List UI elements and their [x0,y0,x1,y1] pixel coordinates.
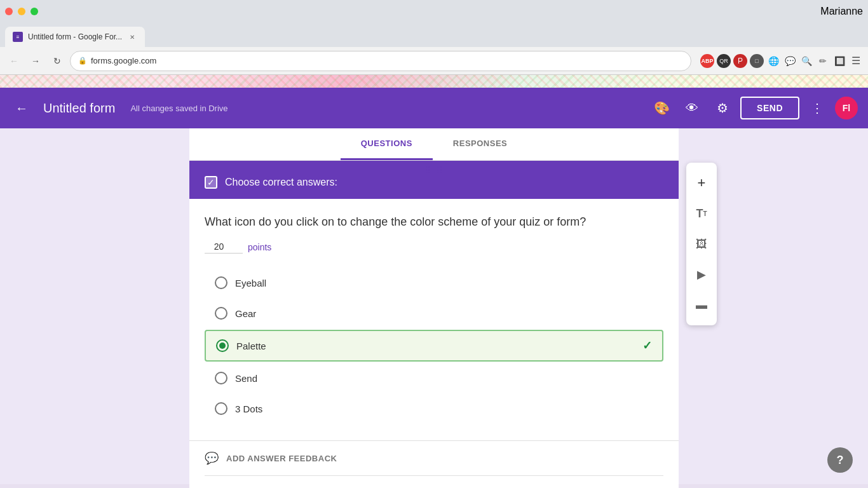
url-text: forms.google.com [91,56,156,65]
ext8[interactable]: ✏ [816,54,830,68]
ext9[interactable]: 🔲 [832,54,846,68]
active-tab[interactable]: ≡ Untitled form - Google For... ✕ [5,27,145,47]
browser-extensions: ABP QR P □ 🌐 💬 🔍 ✏ 🔲 ☰ [700,54,863,68]
points-row: points [205,240,663,254]
option-3dots[interactable]: 3 Dots [205,395,663,423]
qr-extension[interactable]: QR [717,54,731,68]
correct-check-icon: ✓ [642,339,652,353]
ext5[interactable]: 🌐 [766,54,780,68]
section-header-title: Choose correct answers: [225,177,337,188]
ext6[interactable]: 💬 [783,54,797,68]
option-3dots-text: 3 Dots [235,403,653,414]
option-eyeball-text: Eyeball [235,278,653,288]
tab-title: Untitled form - Google For... [28,32,122,41]
browser-titlebar: Marianne [0,0,868,23]
header-actions: 🎨 👁 ⚙ SEND ⋮ Fl [649,95,858,121]
feedback-icon: 💬 [205,451,219,465]
add-image-btn[interactable]: 🖼 [686,229,717,259]
points-input[interactable] [205,240,243,254]
radio-palette [216,339,229,352]
radio-send [215,372,227,384]
drag-handle: ⠿ ⠿ [424,166,444,176]
user-avatar[interactable]: Fl [835,97,858,119]
chrome-menu-btn[interactable]: ☰ [849,54,863,68]
pinterest-extension[interactable]: P [733,54,747,68]
browser-toolbar: ← → ↻ 🔒 forms.google.com ABP QR P □ 🌐 💬 … [0,47,868,75]
maximize-window-btn[interactable] [31,8,38,15]
tab-questions[interactable]: QUESTIONS [341,128,433,160]
minimize-window-btn[interactable] [18,8,25,15]
option-send-text: Send [235,373,653,384]
more-options-btn[interactable]: ⋮ [804,95,830,121]
address-bar[interactable]: 🔒 forms.google.com [70,51,691,71]
form-tabs: QUESTIONS RESPONSES [189,128,679,161]
main-content: QUESTIONS RESPONSES ⠿ ⠿ ✓ Choose correct… [0,128,868,484]
option-eyeball[interactable]: Eyeball [205,269,663,297]
option-gear[interactable]: Gear [205,299,663,327]
username: Marianne [820,6,863,17]
form-container: QUESTIONS RESPONSES ⠿ ⠿ ✓ Choose correct… [189,128,679,488]
form-title[interactable]: Untitled form [43,101,115,116]
add-question-btn[interactable]: + [686,168,717,198]
browser-tab-bar: ≡ Untitled form - Google For... ✕ [0,23,868,47]
palette-btn[interactable]: 🎨 [649,95,674,121]
help-button[interactable]: ? [827,447,853,473]
floral-decoration [0,75,868,88]
sidebar-tools: + TT 🖼 ▶ ▬ [686,163,717,325]
add-video-btn[interactable]: ▶ [686,259,717,290]
ext4[interactable]: □ [750,54,764,68]
back-to-drive-btn[interactable]: ← [10,97,33,119]
radio-gear [215,307,227,320]
add-section-btn[interactable]: ▬ [686,290,717,320]
tab-close-btn[interactable]: ✕ [127,32,137,42]
option-gear-text: Gear [235,308,653,319]
tab-responses[interactable]: RESPONSES [433,128,527,160]
adblock-extension[interactable]: ABP [700,54,714,68]
reload-nav-btn[interactable]: ↻ [48,52,66,70]
add-feedback-row[interactable]: 💬 ADD ANSWER FEEDBACK [189,440,679,475]
option-send[interactable]: Send [205,364,663,392]
points-label: points [248,242,271,252]
edit-question-row[interactable]: ✏ EDIT QUESTION [189,476,679,488]
browser-chrome: Marianne ≡ Untitled form - Google For...… [0,0,868,75]
close-window-btn[interactable] [5,8,13,15]
settings-btn[interactable]: ⚙ [710,95,735,121]
add-title-btn[interactable]: TT [686,198,717,229]
correct-answer-checkbox: ✓ [205,176,217,189]
radio-eyeball [215,276,227,289]
question-text: What icon do you click on to change the … [205,214,663,230]
save-status: All changes saved in Drive [130,104,227,113]
feedback-label: ADD ANSWER FEEDBACK [226,454,337,463]
tab-favicon: ≡ [13,32,23,42]
forward-nav-btn[interactable]: → [27,52,44,70]
option-palette-text: Palette [236,341,635,351]
lock-icon: 🔒 [78,57,87,65]
question-body: What icon do you click on to change the … [189,199,679,440]
answer-options-list: Eyeball Gear Palette ✓ [205,269,663,423]
radio-3dots [215,402,227,415]
ext7[interactable]: 🔍 [799,54,813,68]
radio-palette-inner [219,342,226,349]
back-nav-btn[interactable]: ← [5,52,23,70]
preview-btn[interactable]: 👁 [679,95,705,121]
option-palette[interactable]: Palette ✓ [205,330,663,362]
send-button[interactable]: SEND [740,97,799,119]
app-header: ← Untitled form All changes saved in Dri… [0,88,868,128]
